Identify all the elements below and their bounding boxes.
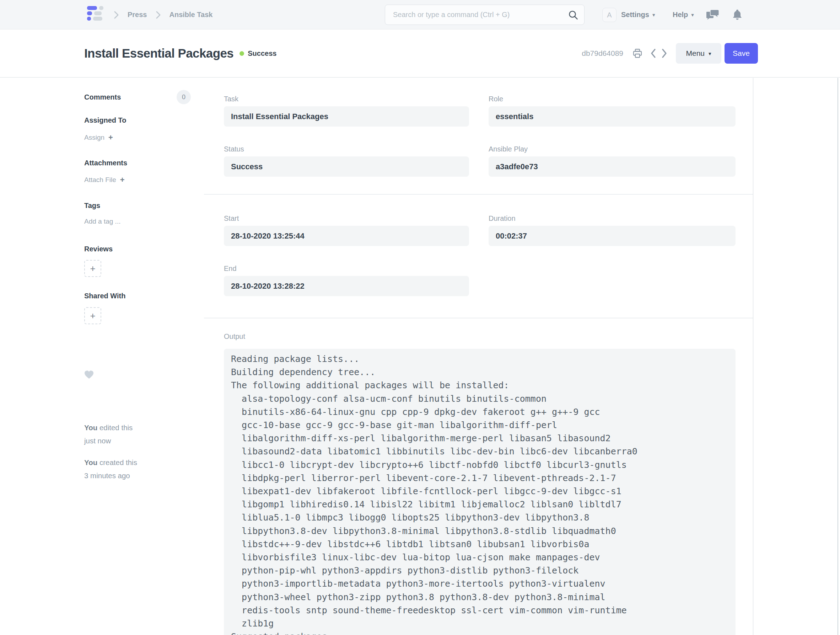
breadcrumb-item-ansible-task[interactable]: Ansible Task [169, 11, 213, 19]
chevron-down-icon: ▾ [709, 51, 711, 56]
field-start: Start 28-10-2020 13:25:44 [224, 214, 469, 246]
help-label: Help [673, 11, 688, 19]
field-status-input[interactable]: Success [224, 157, 469, 177]
document-id: db79d64089 [582, 49, 623, 58]
status-indicator: Success [240, 49, 276, 58]
field-end-label: End [224, 264, 469, 272]
assign-button[interactable]: Assign + [84, 133, 113, 142]
assigned-to-label: Assigned To [84, 116, 126, 124]
field-ansible-play-input[interactable]: a3adfe0e73 [489, 157, 736, 177]
field-duration: Duration 00:02:37 [489, 214, 736, 246]
print-icon[interactable] [633, 48, 643, 58]
navbar: Press Ansible Task A Settings ▾ Help ▾ [0, 0, 840, 30]
activity-edited: You edited this just now [84, 421, 133, 447]
menu-button-label: Menu [686, 49, 704, 58]
settings-label: Settings [621, 11, 649, 19]
field-status: Status Success [224, 145, 469, 177]
menu-button[interactable]: Menu ▾ [676, 43, 721, 63]
reviews-label: Reviews [84, 245, 113, 253]
form-layout: Task Install Essential Packages Role ess… [204, 78, 753, 635]
plus-icon: + [90, 263, 95, 274]
field-task-label: Task [224, 95, 469, 103]
output-console: Reading package lists... Building depend… [224, 349, 736, 635]
help-menu[interactable]: Help ▾ [673, 0, 694, 30]
form-section-output: Output Reading package lists... Building… [204, 318, 753, 635]
status-label: Success [248, 49, 276, 58]
activity-created: You created this 3 minutes ago [84, 456, 137, 482]
field-duration-label: Duration [489, 214, 736, 222]
field-start-label: Start [224, 214, 469, 222]
shared-with-label: Shared With [84, 292, 126, 300]
chevron-down-icon: ▾ [691, 12, 694, 17]
activity-when: 3 minutes ago [84, 472, 130, 480]
activity-actor: You [84, 423, 97, 432]
field-end-input[interactable]: 28-10-2020 13:28:22 [224, 276, 469, 296]
plus-icon: + [108, 133, 113, 142]
field-start-input[interactable]: 28-10-2020 13:25:44 [224, 226, 469, 246]
field-end: End 28-10-2020 13:28:22 [224, 264, 469, 296]
previous-document-icon[interactable] [650, 48, 656, 58]
field-role-label: Role [489, 95, 736, 103]
activity-action: created this [99, 458, 137, 467]
comments-section: Comments 0 [84, 90, 191, 104]
attach-file-button[interactable]: Attach File + [84, 175, 125, 185]
assign-label: Assign [84, 134, 104, 141]
add-review-button[interactable]: + [84, 260, 101, 277]
breadcrumb: Press Ansible Task [114, 0, 213, 30]
settings-menu[interactable]: Settings ▾ [621, 0, 655, 30]
like-heart-icon[interactable] [84, 370, 94, 379]
output-console-text: Reading package lists... Building depend… [231, 352, 728, 635]
scrollbar-track[interactable] [837, 78, 838, 635]
form-sidebar: Comments 0 Assigned To Assign + Attachme… [84, 78, 191, 635]
comments-count-badge: 0 [177, 90, 191, 104]
save-button-label: Save [733, 49, 750, 58]
field-role: Role essentials [489, 95, 736, 127]
global-search [385, 5, 584, 25]
field-task-input[interactable]: Install Essential Packages [224, 106, 469, 127]
page-title: Install Essential Packages [84, 46, 234, 60]
chat-icon[interactable] [706, 0, 719, 30]
field-ansible-play-label: Ansible Play [489, 145, 736, 153]
field-ansible-play: Ansible Play a3adfe0e73 [489, 145, 736, 177]
form-section-timing: Start 28-10-2020 13:25:44 Duration 00:02… [204, 195, 753, 318]
activity-when: just now [84, 437, 111, 445]
save-button[interactable]: Save [725, 43, 758, 63]
tags-label: Tags [84, 201, 100, 210]
attach-file-label: Attach File [84, 176, 116, 184]
chevron-down-icon: ▾ [652, 12, 655, 17]
form-section-details: Task Install Essential Packages Role ess… [204, 78, 753, 195]
status-dot-icon [240, 51, 244, 56]
activity-action: edited this [99, 423, 133, 432]
add-share-button[interactable]: + [84, 307, 101, 324]
page-head: Install Essential Packages Success db79d… [0, 30, 840, 78]
app-logo-icon[interactable] [87, 6, 103, 21]
chevron-right-icon [114, 11, 119, 19]
field-output-label: Output [224, 333, 735, 340]
bell-icon[interactable] [732, 0, 743, 30]
comments-label[interactable]: Comments [84, 93, 121, 101]
activity-actor: You [84, 458, 97, 467]
plus-icon: + [120, 175, 125, 185]
field-task: Task Install Essential Packages [224, 95, 469, 127]
field-status-label: Status [224, 145, 469, 153]
field-role-input[interactable]: essentials [489, 106, 736, 127]
attachments-label: Attachments [84, 159, 127, 167]
field-duration-input[interactable]: 00:02:37 [489, 226, 736, 246]
search-icon[interactable] [568, 10, 578, 20]
add-tag-input[interactable]: Add a tag ... [84, 218, 120, 225]
page-body: Comments 0 Assigned To Assign + Attachme… [0, 78, 840, 635]
avatar-letter: A [607, 11, 611, 19]
next-document-icon[interactable] [662, 48, 667, 58]
search-input[interactable] [385, 5, 568, 25]
breadcrumb-item-press[interactable]: Press [128, 11, 147, 19]
plus-icon: + [90, 310, 95, 321]
avatar[interactable]: A [602, 8, 616, 22]
chevron-right-icon [156, 11, 161, 19]
